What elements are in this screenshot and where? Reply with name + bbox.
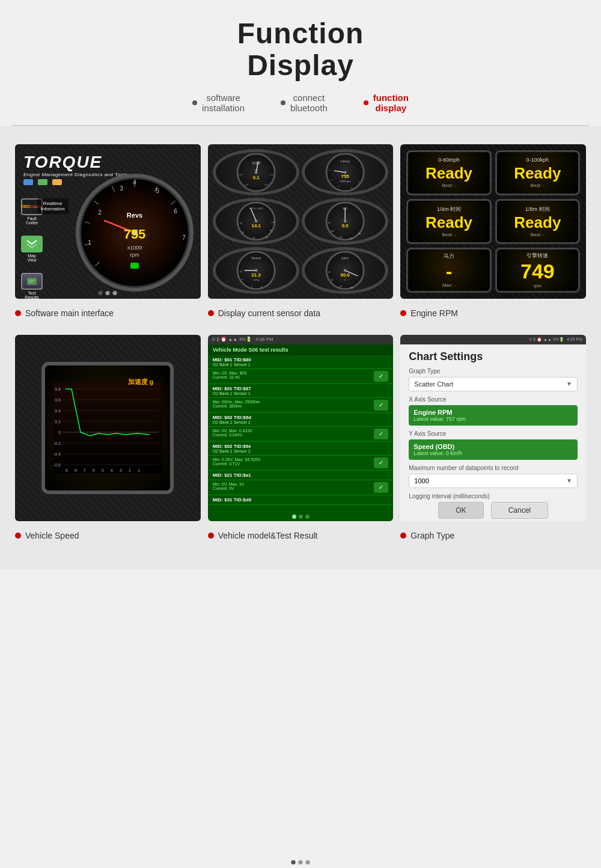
svg-text:引擎转速: 引擎转速 xyxy=(340,160,350,163)
svg-text:2: 2 xyxy=(98,209,102,216)
test-mid-11: MID: $31 TID:$d0 xyxy=(213,497,389,503)
x-axis-source-box[interactable]: Engine RPM Latest value: 757 rpm xyxy=(409,405,578,426)
svg-text:6: 6 xyxy=(352,186,353,189)
x-axis-source-sub: Latest value: 757 rpm xyxy=(413,416,573,422)
sub-quarter-mile: Best: - xyxy=(442,232,456,237)
sub-0-100kph: Best: - xyxy=(531,183,545,188)
box-engine-rpm: 引擎转速 749 rpm xyxy=(495,248,580,293)
svg-point-57 xyxy=(255,220,258,223)
test-entry-11: MID: $31 TID:$d0 xyxy=(208,495,394,505)
test-header-text: Vehicle Mode S06 test results xyxy=(213,347,288,353)
test-bank-3: O2 Bank 1 Sensor 1 xyxy=(213,391,389,396)
value-quarter-mile: Ready xyxy=(426,213,472,232)
test-entry-left-6: Min: 0V, Max: 0.433VCurrent: 0.044V xyxy=(213,429,372,437)
svg-point-35 xyxy=(255,171,258,174)
svg-point-67 xyxy=(344,220,347,223)
svg-text:rpm: rpm xyxy=(130,252,139,258)
page-title: Function Display xyxy=(12,18,589,82)
rpm-gauge: 1 2 3 4 5 6 7 Revs 755 x1000 xyxy=(75,173,195,293)
svg-text:7: 7 xyxy=(84,468,86,472)
test-time: 4:08 PM xyxy=(255,337,273,342)
svg-text:40: 40 xyxy=(328,271,331,274)
test-label: TestResults xyxy=(25,291,38,299)
svg-text:3: 3 xyxy=(120,185,123,192)
test-entry-left-7: MID: $02 TID:$9e O2 Bank 1 Sensor 2 xyxy=(213,444,389,453)
test-entry-left-1: MID: $01 TID:$80 O2 Bank 1 Sensor 1 xyxy=(213,357,389,367)
x-axis-label: X Axis Source xyxy=(409,396,578,403)
chart-time: 4:09 PM xyxy=(567,337,582,341)
speed-chart: 0.8 0.6 0.4 0.2 0 -0.2 -0.4 -0.6 9 8 7 6… xyxy=(53,383,162,473)
test-entry-left-5: MID: $02 TID:$9d O2 Bank 1 Sensor 2 xyxy=(213,415,389,424)
svg-text:0: 0 xyxy=(58,430,61,435)
svg-text:x1000 rpm: x1000 rpm xyxy=(340,179,351,182)
step-bluetooth: connectbluetooth xyxy=(281,93,328,113)
test-check-2: ✓ xyxy=(374,371,388,382)
gauge-throttle: 40节气门位置70 30 20 40 60 80 100 14.1 xyxy=(213,198,299,245)
caption-dot-6 xyxy=(400,533,406,539)
test-entry-3: MID: $01 TID:$87 O2 Bank 1 Sensor 1 xyxy=(208,384,394,398)
caption-row-1: Software main interface Display current … xyxy=(15,305,586,318)
chart-status-icons: ⊙ ₿ ⏰ ▲▲ 3%🔋 xyxy=(529,337,564,342)
svg-text:9: 9 xyxy=(66,468,68,472)
step-dot-function xyxy=(364,100,368,105)
svg-text:1: 1 xyxy=(88,239,91,246)
max-datapoints-value: 1000 xyxy=(414,477,429,484)
svg-text:0.4: 0.4 xyxy=(270,173,273,176)
svg-text:0.2: 0.2 xyxy=(264,183,267,186)
chart-ok-button[interactable]: OK xyxy=(438,502,483,519)
svg-text:40: 40 xyxy=(252,237,255,239)
y-axis-source-box[interactable]: Speed (OBD) Latest value: 0 km/h xyxy=(409,439,578,460)
test-bank-7: O2 Bank 1 Sensor 2 xyxy=(213,449,389,453)
test-header: Vehicle Mode S06 test results xyxy=(208,344,394,355)
caption-sensor: Display current sensor data xyxy=(208,305,394,318)
svg-text:1: 1 xyxy=(329,169,330,171)
accel-label: 加速度 g xyxy=(128,377,154,387)
svg-text:80: 80 xyxy=(269,230,272,232)
dot-1 xyxy=(99,291,103,295)
box-horsepower: 马力 - Max: - xyxy=(406,248,491,293)
caption-text-6: Graph Type xyxy=(410,531,454,540)
caption-dot-2 xyxy=(208,310,214,316)
gauges-screen: 加速度 0.8 -0.6 0.4 -0.4 0.2 0.1 xyxy=(208,144,394,299)
screenshot-row-2: 加速度 g xyxy=(15,335,586,521)
svg-text:140: 140 xyxy=(349,237,353,240)
svg-text:160: 160 xyxy=(358,233,361,236)
test-detail-8: Min: 0.05V, Max: 65.535VCurrent: 0.71V xyxy=(213,457,372,466)
test-dot-3 xyxy=(305,515,310,519)
chart-cancel-button[interactable]: Cancel xyxy=(491,502,548,519)
svg-text:6: 6 xyxy=(93,468,95,472)
test-screen: ⊙ ₿ ⏰ ▲▲ 3%🔋 4:08 PM Vehicle Mode S06 te… xyxy=(208,335,394,521)
svg-point-86 xyxy=(344,269,347,272)
svg-text:0.1: 0.1 xyxy=(252,175,260,180)
svg-text:0: 0 xyxy=(251,286,252,288)
value-0-60mph: Ready xyxy=(426,164,472,183)
svg-text:2: 2 xyxy=(331,179,332,182)
svg-text:0.6: 0.6 xyxy=(55,398,61,402)
dot-2 xyxy=(106,291,110,295)
caption-text-3: Engine RPM xyxy=(410,308,458,318)
menu-map: MapView xyxy=(21,236,43,262)
caption-dot-3 xyxy=(400,310,406,316)
y-axis-label: Y Axis Source xyxy=(409,430,578,437)
caption-test: Vehicle model&Test Result xyxy=(208,527,394,540)
test-screen-cell: ⊙ ₿ ⏰ ▲▲ 3%🔋 4:08 PM Vehicle Mode S06 te… xyxy=(208,335,394,521)
svg-text:°C: °C xyxy=(344,278,347,281)
test-mid-5: MID: $02 TID:$9d xyxy=(213,415,389,420)
svg-text:30: 30 xyxy=(240,223,242,225)
torque-screen-cell: TORQUE Engine Management Diagnostics and… xyxy=(15,144,201,299)
test-entry-4: Min: 00hm, Max: 2500hmCurrent: 380hm ✓ xyxy=(208,398,394,413)
test-entry-1: MID: $01 TID:$80 O2 Bank 1 Sensor 1 xyxy=(208,355,394,369)
test-check-6: ✓ xyxy=(374,429,388,439)
gauges-screen-cell: 加速度 0.8 -0.6 0.4 -0.4 0.2 0.1 xyxy=(208,144,394,299)
svg-text:-8: -8 xyxy=(260,286,262,289)
svg-text:2: 2 xyxy=(129,468,131,472)
chart-status-bar: ⊙ ₿ ⏰ ▲▲ 3%🔋 4:09 PM xyxy=(400,335,586,344)
svg-text:20: 20 xyxy=(242,231,244,234)
torque-screen: TORQUE Engine Management Diagnostics and… xyxy=(15,144,201,299)
svg-text:21.3: 21.3 xyxy=(251,272,261,278)
svg-rect-26 xyxy=(130,263,139,269)
graph-type-dropdown[interactable]: Scatter Chart ▼ xyxy=(409,377,578,391)
svg-text:90.0: 90.0 xyxy=(341,272,350,278)
max-datapoints-input[interactable]: 1000 ▼ xyxy=(409,474,578,488)
svg-text:-0.6: -0.6 xyxy=(53,463,61,467)
